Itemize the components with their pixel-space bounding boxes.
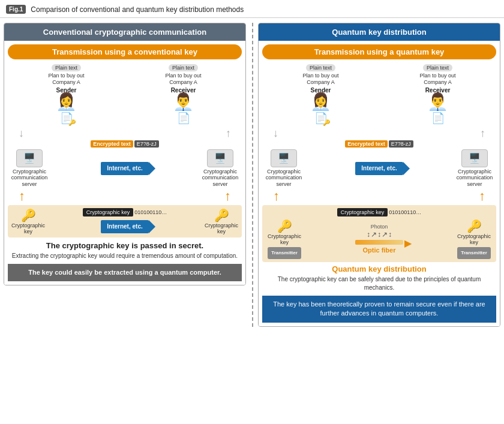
left-server-left-label: Cryptographic communication server	[8, 169, 51, 188]
panel-divider	[252, 23, 253, 327]
right-key-left-label: Cryptographic key	[265, 233, 304, 245]
left-crypto-key-center: Cryptographic key 010100110… Internet, e…	[46, 208, 203, 233]
right-key-arrow-up-2: ↑	[479, 190, 485, 203]
right-transmitter-right: 🔑 Cryptographic key Transmitter	[454, 219, 494, 259]
right-server-right-icon: 🖥️	[461, 149, 488, 167]
left-arrow-down-1: ↓	[19, 128, 24, 139]
left-panel-body: Transmission using a conventional key Pl…	[4, 41, 245, 285]
right-people-row: Plain text Plan to buy out Company A Sen…	[262, 64, 496, 125]
right-receiver-doc: 📄	[431, 112, 445, 125]
left-key-right-label: Cryptographic key	[203, 222, 239, 234]
right-receiver-icon: 👨‍💼	[427, 94, 448, 110]
right-key-right-label: Cryptographic key	[454, 233, 494, 245]
left-bottom-bold: The cryptographic key is passed in secre…	[8, 241, 242, 250]
left-receiver: Plain text Plan to buy out Company A Rec…	[160, 64, 208, 125]
left-crypto-key-label: Cryptographic key	[83, 208, 134, 216]
fig-badge: Fig.1	[6, 5, 26, 14]
right-transmitter-right-device: Transmitter	[457, 247, 491, 259]
right-crypto-key-label: Cryptographic key	[337, 208, 388, 216]
right-transmitter-left-text: Transmitter	[271, 250, 298, 255]
left-servers-row: 🖥️ Cryptographic communication server In…	[8, 149, 242, 188]
left-arrow-up-1: ↑	[226, 128, 231, 139]
left-receiver-plaintext-badge: Plain text	[169, 64, 198, 71]
right-server-right-label: Cryptographic communication server	[453, 169, 496, 188]
right-encrypted-row: Encrypted text E7?8-zJ	[262, 140, 496, 148]
right-servers-row: 🖥️ Cryptographic communication server In…	[262, 149, 496, 188]
right-bottom-section: Quantum key distribution The cryptograph…	[262, 264, 496, 292]
right-arrow-up-1: ↑	[480, 128, 485, 139]
right-crypto-key-value: 010100110…	[389, 209, 421, 215]
left-server-right: 🖥️ Cryptographic communication server	[199, 149, 242, 188]
right-key-right-icon: 🔑	[467, 219, 482, 233]
left-keys-row: 🔑 Cryptographic key Cryptographic key 01…	[8, 205, 242, 237]
right-sender-icon: 👩‍💼	[310, 94, 331, 110]
right-encrypted-value: E7?8-zJ	[389, 140, 413, 148]
right-receiver-plaintext-badge: Plain text	[423, 64, 452, 71]
right-server-left-icon: 🖥️	[271, 149, 297, 167]
right-sender-plan-text: Plan to buy out Company A	[297, 73, 345, 86]
right-quantum-keys-section: Cryptographic key 010100110… 🔑 Cryptogra…	[262, 205, 496, 262]
left-sender-icon: 👩‍💼	[56, 94, 77, 110]
left-key-left-label: Cryptographic key	[10, 222, 46, 234]
right-sender-plaintext-badge: Plain text	[306, 64, 335, 71]
right-sender: Plain text Plan to buy out Company A Sen…	[297, 64, 345, 125]
right-panel: Quantum key distribution Transmission us…	[258, 23, 500, 327]
right-sender-doc: 📄🔑	[314, 112, 328, 125]
left-sender-doc: 📄🔑	[60, 112, 73, 125]
left-receiver-icon: 👨‍💼	[173, 94, 194, 110]
left-bottom-warning: The key could easily be extracted using …	[8, 264, 242, 281]
left-receiver-doc: 📄	[177, 112, 190, 125]
left-people-row: Plain text Plan to buy out Company A Sen…	[8, 64, 242, 125]
left-panel: Conventional cryptographic communication…	[4, 23, 246, 327]
left-server-right-label: Cryptographic communication server	[199, 169, 242, 188]
right-optic-fiber-label: Optic fiber	[362, 246, 395, 254]
left-key-internet-arrow: Internet, etc.	[101, 220, 149, 233]
left-key-arrow-up-1: ↑	[19, 190, 25, 203]
right-optic-fiber-bar: ▶	[355, 240, 403, 245]
left-encrypted-value: E7?8-zJ	[134, 140, 159, 148]
right-transmitter-right-text: Transmitter	[461, 250, 487, 255]
left-encrypted-row: Encrypted text E7?8-zJ	[8, 140, 242, 148]
main-panels: Conventional cryptographic communication…	[0, 23, 504, 327]
right-receiver: Plain text Plan to buy out Company A Rec…	[414, 64, 462, 125]
right-transmitter-left-device: Transmitter	[268, 247, 301, 259]
right-panel-body: Transmission using a quantum key Plain t…	[259, 41, 500, 326]
left-sender: Plain text Plan to buy out Company A Sen…	[43, 64, 91, 125]
left-server-left-icon: 🖥️	[16, 149, 43, 167]
right-internet-arrow: Internet, etc.	[355, 162, 403, 175]
left-bottom-normal: Extracting the cryptographic key would r…	[8, 252, 242, 260]
right-photon-label: Photon	[371, 224, 388, 230]
left-key-right: 🔑 Cryptographic key	[203, 208, 239, 234]
right-key-left-icon: 🔑	[277, 219, 292, 233]
right-server-right: 🖥️ Cryptographic communication server	[453, 149, 496, 188]
left-sender-plan-text: Plan to buy out Company A	[43, 73, 91, 86]
left-panel-header: Conventional cryptographic communication	[4, 23, 245, 41]
left-key-left-icon: 🔑	[21, 208, 36, 222]
right-photon-arrows: ↕↗↕↗↕	[367, 230, 392, 239]
left-banner: Transmission using a conventional key	[8, 44, 242, 59]
left-encrypted-label: Encrypted text	[91, 140, 133, 148]
left-key-left: 🔑 Cryptographic key	[10, 208, 46, 234]
page-header: Fig.1 Comparison of conventional and qua…	[0, 0, 504, 18]
left-server-right-icon: 🖥️	[207, 149, 233, 167]
left-key-right-icon: 🔑	[214, 208, 229, 222]
right-photon-row: 🔑 Cryptographic key Transmitter Photon ↕…	[265, 219, 494, 259]
left-key-arrow-up-2: ↑	[224, 190, 231, 203]
right-banner: Transmission using a quantum key	[262, 44, 496, 59]
left-internet-arrow: Internet, etc.	[101, 162, 149, 175]
right-receiver-plan-text: Plan to buy out Company A	[414, 73, 462, 86]
left-receiver-plan-text: Plan to buy out Company A	[160, 73, 208, 86]
right-server-left-label: Cryptographic communication server	[262, 169, 305, 188]
left-crypto-key-badge: Cryptographic key 010100110…	[83, 208, 167, 216]
right-encrypted-label: Encrypted text	[345, 140, 388, 148]
left-sender-plaintext-badge: Plain text	[52, 64, 81, 71]
right-arrow-down-1: ↓	[273, 128, 278, 139]
left-server-left: 🖥️ Cryptographic communication server	[8, 149, 51, 188]
right-bottom-normal: The cryptographic key can be safely shar…	[262, 275, 496, 292]
right-server-left: 🖥️ Cryptographic communication server	[262, 149, 305, 188]
right-key-arrow-up-1: ↑	[273, 190, 280, 203]
left-crypto-key-value: 010100110…	[134, 209, 167, 215]
right-bottom-title: Quantum key distribution	[262, 264, 496, 273]
right-crypto-key-badge: Cryptographic key 010100110…	[265, 208, 494, 216]
right-bottom-success: The key has been theoretically proven to…	[262, 296, 496, 323]
